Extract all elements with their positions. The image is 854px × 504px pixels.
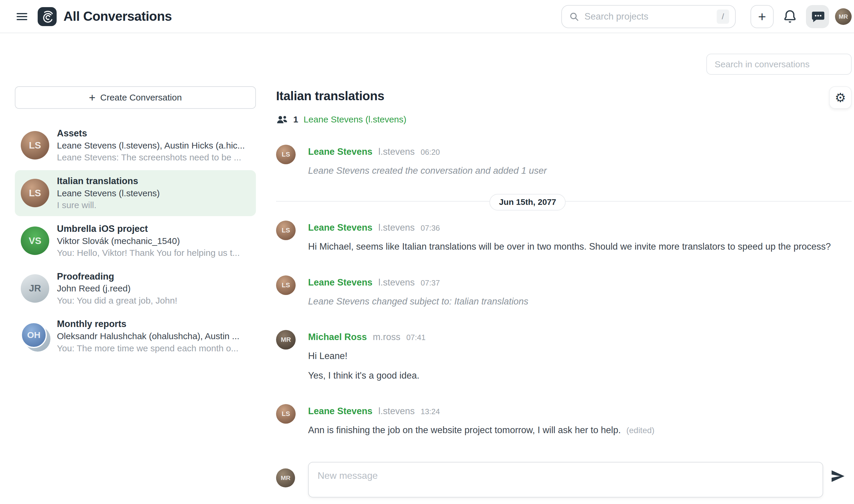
participants-icon bbox=[276, 114, 288, 125]
message-system-created: LS Leane Stevens l.stevens 06:20 Leane S… bbox=[276, 146, 852, 177]
gear-icon: ⚙ bbox=[835, 90, 846, 105]
conversation-search bbox=[706, 54, 852, 75]
conversation-participants: Viktor Slovák (mechanic_1540) bbox=[57, 235, 240, 247]
search-icon bbox=[569, 12, 579, 22]
author-username: l.stevens bbox=[378, 277, 414, 288]
edited-label: (edited) bbox=[626, 426, 655, 435]
conversation-preview: I sure will. bbox=[57, 199, 160, 211]
message: MR Michael Ross m.ross 07:41 Hi Leane! Y… bbox=[276, 332, 852, 382]
avatar: MR bbox=[276, 330, 296, 349]
participants-row: 1 Leane Stevens (l.stevens) bbox=[276, 114, 852, 125]
project-search: / bbox=[561, 5, 736, 28]
send-button[interactable] bbox=[823, 468, 852, 484]
logo-waves-icon bbox=[40, 10, 54, 23]
message-text: Leane Stevens created the conversation a… bbox=[308, 165, 852, 177]
conversation-list: LS Assets Leane Stevens (l.stevens), Aus… bbox=[15, 123, 256, 359]
conversation-item-assets[interactable]: LS Assets Leane Stevens (l.stevens), Aus… bbox=[15, 123, 256, 168]
timestamp: 07:36 bbox=[421, 223, 440, 233]
message-input[interactable] bbox=[308, 462, 823, 498]
conversation-preview: Leane Stevens: The screenshots need to b… bbox=[57, 151, 245, 164]
conversations-button[interactable] bbox=[806, 5, 829, 28]
participant-count: 1 bbox=[293, 114, 298, 125]
project-search-input[interactable] bbox=[585, 11, 717, 22]
notifications-button[interactable] bbox=[778, 5, 801, 28]
create-conversation-label: Create Conversation bbox=[100, 92, 182, 103]
author-username: l.stevens bbox=[378, 406, 414, 416]
message: LS Leane Stevens l.stevens 07:36 Hi Mich… bbox=[276, 222, 852, 253]
timestamp: 13:24 bbox=[421, 407, 440, 416]
conversation-preview: You: You did a great job, John! bbox=[57, 295, 177, 307]
menu-icon[interactable] bbox=[17, 11, 29, 22]
message-line: Yes, I think it's a good idea. bbox=[308, 370, 852, 381]
avatar: LS bbox=[21, 131, 49, 160]
author-link[interactable]: Michael Ross bbox=[308, 332, 367, 342]
avatar: LS bbox=[276, 145, 296, 164]
conversation-settings-button[interactable]: ⚙ bbox=[829, 86, 852, 109]
user-avatar[interactable]: MR bbox=[835, 8, 852, 25]
timestamp: 07:37 bbox=[421, 278, 440, 288]
conversation-preview: You: The more time we spend each month o… bbox=[57, 342, 239, 355]
plus-icon: + bbox=[758, 10, 766, 23]
conversation-participants: Oleksandr Halushchak (ohalushcha), Austi… bbox=[57, 330, 239, 342]
plus-icon: + bbox=[89, 92, 95, 103]
create-conversation-button[interactable]: + Create Conversation bbox=[15, 86, 256, 109]
avatar: VS bbox=[21, 227, 49, 255]
timestamp: 07:41 bbox=[406, 333, 426, 342]
search-shortcut-badge: / bbox=[717, 10, 729, 24]
message-text: Hi Leane! Yes, I think it's a good idea. bbox=[308, 350, 852, 382]
composer: MR bbox=[276, 462, 852, 498]
conversation-title: Proofreading bbox=[57, 270, 177, 283]
message-text: Ann is finishing the job on the website … bbox=[308, 424, 852, 436]
chat-panel: Italian translations ⚙ 1 Leane Stevens (… bbox=[276, 89, 852, 504]
message-line: Hi Leane! bbox=[308, 350, 852, 362]
message: LS Leane Stevens l.stevens 13:24 Ann is … bbox=[276, 406, 852, 436]
avatar: LS bbox=[276, 275, 296, 295]
conversation-item-italian-translations[interactable]: LS Italian translations Leane Stevens (l… bbox=[15, 170, 256, 216]
author-link[interactable]: Leane Stevens bbox=[308, 277, 372, 288]
conversation-participants: John Reed (j.reed) bbox=[57, 283, 177, 295]
message-text: Leane Stevens changed subject to: Italia… bbox=[308, 295, 852, 307]
conversation-preview: You: Hello, Viktor! Thank You for helpin… bbox=[57, 247, 240, 259]
page-title: All Conversations bbox=[64, 9, 172, 24]
avatar: OH bbox=[21, 322, 47, 348]
app-logo bbox=[38, 7, 57, 26]
conversation-title: Assets bbox=[57, 127, 245, 140]
conversation-participants: Leane Stevens (l.stevens), Austin Hicks … bbox=[57, 140, 245, 152]
date-pill: Jun 15th, 2077 bbox=[490, 194, 566, 211]
conversation-title: Monthly reports bbox=[57, 318, 239, 330]
top-bar: All Conversations / + MR bbox=[0, 0, 854, 33]
chat-title: Italian translations bbox=[276, 89, 852, 103]
composer-avatar: MR bbox=[276, 468, 295, 487]
author-link[interactable]: Leane Stevens bbox=[308, 222, 372, 233]
message-text: Hi Michael, seems like Italian translati… bbox=[308, 241, 852, 253]
conversation-title: Italian translations bbox=[57, 175, 160, 187]
conversation-search-input[interactable] bbox=[715, 59, 843, 69]
chat-bubble-icon bbox=[810, 9, 825, 24]
conversation-item-proofreading[interactable]: JR Proofreading John Reed (j.reed) You: … bbox=[15, 266, 256, 311]
timestamp: 06:20 bbox=[421, 148, 440, 157]
conversation-item-monthly-reports[interactable]: OH Monthly reports Oleksandr Halushchak … bbox=[15, 313, 256, 359]
bell-icon bbox=[782, 9, 798, 24]
author-username: l.stevens bbox=[378, 222, 414, 233]
conversation-item-umbrella-ios-project[interactable]: VS Umbrella iOS project Viktor Slovák (m… bbox=[15, 218, 256, 264]
avatar: JR bbox=[21, 274, 49, 303]
author-link[interactable]: Leane Stevens bbox=[308, 406, 372, 416]
avatar: LS bbox=[276, 220, 296, 240]
message-line: Ann is finishing the job on the website … bbox=[308, 425, 621, 435]
avatar: LS bbox=[21, 179, 49, 207]
date-divider: Jun 15th, 2077 bbox=[276, 201, 852, 202]
message-system-subject: LS Leane Stevens l.stevens 07:37 Leane S… bbox=[276, 277, 852, 307]
avatar: LS bbox=[276, 404, 296, 424]
author-link[interactable]: Leane Stevens bbox=[308, 146, 372, 157]
participant-link[interactable]: Leane Stevens (l.stevens) bbox=[304, 114, 407, 125]
author-username: l.stevens bbox=[378, 146, 414, 157]
send-icon bbox=[830, 468, 845, 484]
stacked-avatars: OH bbox=[21, 322, 49, 350]
conversation-title: Umbrella iOS project bbox=[57, 223, 240, 235]
author-username: m.ross bbox=[373, 332, 400, 342]
conversation-sidebar: + Create Conversation LS Assets Leane St… bbox=[15, 86, 256, 359]
add-button[interactable]: + bbox=[750, 5, 773, 28]
message-list: LS Leane Stevens l.stevens 06:20 Leane S… bbox=[276, 146, 852, 436]
conversation-participants: Leane Stevens (l.stevens) bbox=[57, 187, 160, 199]
